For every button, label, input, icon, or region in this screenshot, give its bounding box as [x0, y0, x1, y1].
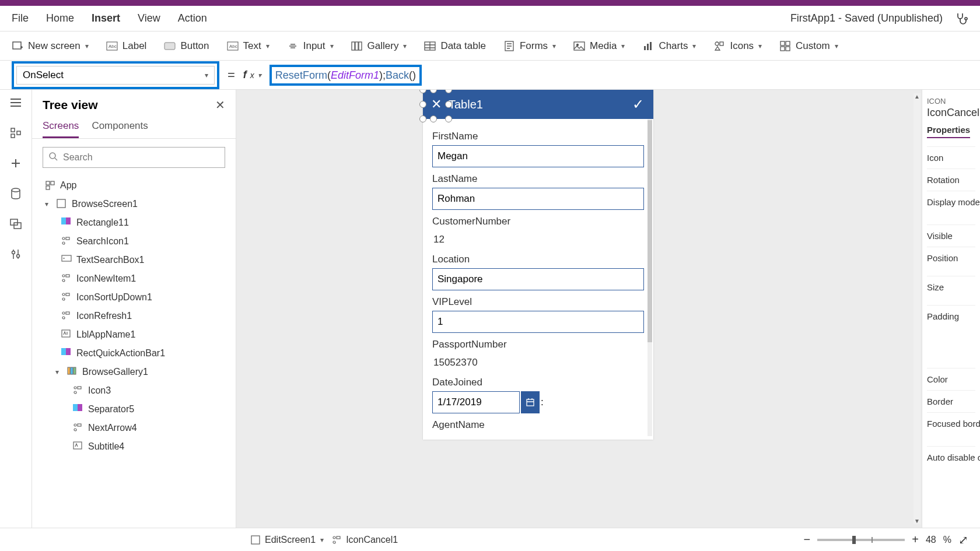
prop-display-mode[interactable]: Display mode	[927, 191, 975, 213]
breadcrumb-control[interactable]: IconCancel1	[332, 535, 398, 545]
zoom-out-button[interactable]: −	[804, 533, 811, 546]
button-button[interactable]: Button	[164, 40, 209, 52]
lastname-input[interactable]	[432, 188, 644, 210]
lastname-label: LastName	[432, 173, 644, 185]
canvas-scrollbar[interactable]	[914, 93, 921, 524]
tree-node-textsearch[interactable]: TextSearchBox1	[43, 251, 233, 269]
status-bar: EditScreen1 ▾ IconCancel1 − + 48 % ⤢	[0, 528, 980, 551]
prop-visible[interactable]: Visible	[927, 224, 975, 247]
prop-size[interactable]: Size	[927, 276, 975, 298]
formula-input[interactable]: ResetForm(EditForm1);Back()	[275, 69, 416, 82]
tree-node-nextarrow[interactable]: NextArrow4	[43, 419, 233, 437]
charts-button[interactable]: Charts▾	[642, 40, 696, 52]
zoom-slider[interactable]	[817, 539, 905, 541]
menu-view[interactable]: View	[138, 12, 160, 24]
gallery-button[interactable]: Gallery▾	[351, 40, 407, 52]
datejoined-input[interactable]	[432, 391, 520, 413]
tab-screens[interactable]: Screens	[43, 115, 79, 138]
svg-point-68	[333, 536, 335, 539]
location-input[interactable]	[432, 268, 644, 290]
selection-handle[interactable]	[430, 90, 437, 93]
selection-handle[interactable]	[419, 90, 426, 93]
svg-point-13	[577, 44, 579, 45]
new-screen-button[interactable]: New screen▾	[12, 40, 89, 52]
media-rail-icon[interactable]	[9, 217, 23, 231]
input-button[interactable]: Input▾	[287, 40, 334, 52]
advanced-icon[interactable]	[9, 247, 23, 261]
chevron-down-icon[interactable]: ▾	[55, 368, 62, 376]
svg-point-48	[62, 312, 65, 314]
firstname-input[interactable]	[432, 145, 644, 167]
fit-to-window-icon[interactable]: ⤢	[958, 533, 968, 547]
insert-icon[interactable]	[9, 156, 23, 170]
forms-button[interactable]: Forms▾	[503, 40, 556, 52]
vip-input[interactable]	[432, 311, 644, 333]
prop-rotation[interactable]: Rotation	[927, 169, 975, 191]
tree-node-browsegallery[interactable]: ▾BrowseGallery1	[43, 363, 233, 381]
label-button[interactable]: Abc Label	[106, 40, 147, 52]
cancel-icon[interactable]: ✕	[431, 97, 442, 112]
selection-handle[interactable]	[419, 101, 426, 108]
breadcrumb-screen[interactable]: EditScreen1 ▾	[251, 535, 324, 545]
tree-node-subtitle[interactable]: Subtitle4	[43, 437, 233, 456]
app-checker-icon[interactable]	[954, 12, 968, 26]
menu-action[interactable]: Action	[178, 12, 207, 24]
search-icon	[48, 152, 58, 161]
zoom-in-button[interactable]: +	[912, 533, 919, 546]
tree-node-iconsort[interactable]: IconSortUpDown1	[43, 288, 233, 307]
prop-position[interactable]: Position	[927, 247, 975, 269]
tree-node-iconrefresh[interactable]: IconRefresh1	[43, 307, 233, 325]
chevron-down-icon[interactable]: ▾	[45, 200, 52, 208]
tree-node-lblapp[interactable]: LblAppName1	[43, 325, 233, 344]
selection-handle[interactable]	[430, 115, 437, 122]
form-scrollbar[interactable]	[648, 119, 652, 436]
data-table-button[interactable]: Data table	[424, 40, 486, 52]
svg-rect-61	[78, 404, 82, 411]
submit-icon[interactable]: ✓	[632, 96, 644, 113]
tree-node-separator[interactable]: Separator5	[43, 400, 233, 419]
passport-label: PassportNumber	[432, 339, 644, 350]
date-picker-button[interactable]	[521, 391, 540, 413]
selection-handle[interactable]	[419, 115, 426, 122]
tree-view-icon[interactable]	[9, 126, 23, 140]
canvas[interactable]: ✕ Table1 ✓ FirstName LastName CustomerNu…	[236, 90, 922, 528]
ribbon: New screen▾ Abc Label Button Abc Text▾ I…	[0, 31, 980, 61]
text-button[interactable]: Abc Text▾	[227, 40, 270, 52]
chevron-down-icon[interactable]: ▾	[320, 536, 324, 544]
hamburger-icon[interactable]	[9, 96, 23, 110]
tree-node-searchicon[interactable]: SearchIcon1	[43, 232, 233, 251]
icons-button[interactable]: Icons▾	[713, 40, 762, 52]
prop-color[interactable]: Color	[927, 368, 975, 390]
svg-point-59	[74, 391, 76, 394]
menu-insert[interactable]: Insert	[92, 12, 120, 24]
tree-node-rectquick[interactable]: RectQuickActionBar1	[43, 344, 233, 363]
resize-handle[interactable]	[648, 434, 653, 440]
data-icon[interactable]	[9, 187, 23, 201]
tree-node-app[interactable]: App	[43, 176, 233, 195]
tree-node-browsescreen[interactable]: ▾BrowseScreen1	[43, 195, 233, 213]
menu-home[interactable]: Home	[46, 12, 74, 24]
tab-components[interactable]: Components	[92, 115, 148, 138]
custom-button[interactable]: Custom▾	[779, 40, 838, 52]
media-button[interactable]: Media▾	[573, 40, 625, 52]
fx-label[interactable]: fx ▾	[243, 69, 261, 81]
edit-form: ✕ Table1 ✓ FirstName LastName CustomerNu…	[423, 90, 653, 440]
zoom-value: 48	[926, 535, 936, 545]
prop-focused-border[interactable]: Focused borde	[927, 412, 975, 434]
tree-node-icon3[interactable]: Icon3	[43, 381, 233, 400]
selection-handle[interactable]	[445, 115, 452, 122]
property-dropdown[interactable]: OnSelect ▾	[16, 66, 215, 85]
close-icon[interactable]: ✕	[215, 98, 225, 112]
tree-node-iconnew[interactable]: IconNewItem1	[43, 269, 233, 288]
menu-file[interactable]: File	[12, 12, 29, 24]
vip-label: VIPLevel	[432, 296, 644, 308]
selection-handle[interactable]	[445, 101, 452, 108]
tree-node-rectangle[interactable]: Rectangle11	[43, 213, 233, 232]
prop-padding[interactable]: Padding	[927, 305, 975, 327]
tab-properties[interactable]: Properties	[927, 125, 970, 138]
search-input[interactable]	[43, 147, 225, 168]
prop-icon[interactable]: Icon	[927, 146, 975, 169]
selection-handle[interactable]	[445, 90, 452, 93]
prop-border[interactable]: Border	[927, 390, 975, 412]
prop-auto-disable[interactable]: Auto disable o	[927, 446, 975, 468]
